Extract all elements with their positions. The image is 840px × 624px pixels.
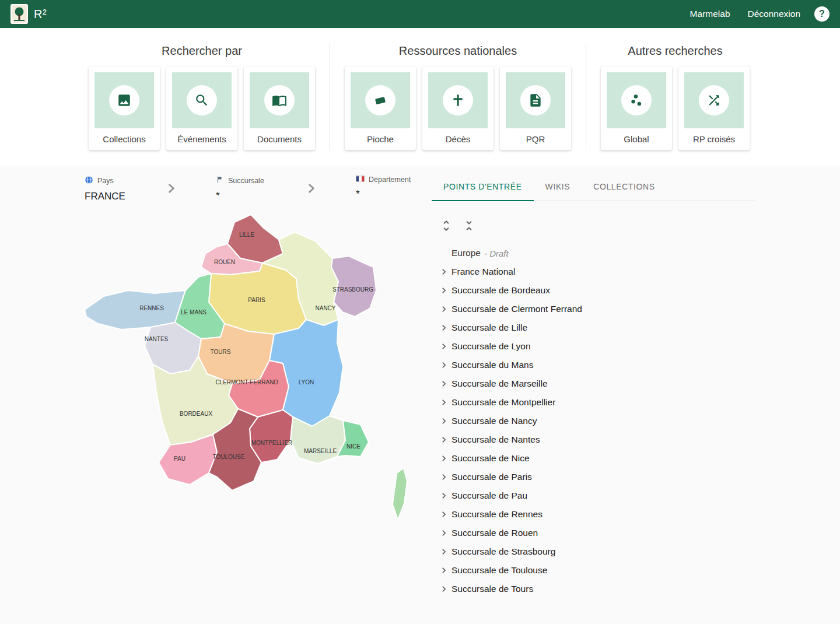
breadcrumb-pays[interactable]: Pays FRANCE — [85, 176, 125, 202]
search-card-rp-croises[interactable]: RP croisés — [678, 66, 750, 150]
tab-points-entree[interactable]: POINTS D'ENTRÉE — [432, 173, 534, 201]
tree-item-label: Succursale de Montpellier — [452, 397, 555, 408]
chevron-right-icon[interactable] — [438, 546, 451, 558]
map-region-pau[interactable] — [159, 434, 217, 485]
search-group-autres-recherches: Autres recherchesGlobalRP croisés — [586, 43, 750, 150]
chevron-right-icon[interactable] — [438, 565, 451, 576]
nav-marmelab[interactable]: Marmelab — [690, 9, 730, 19]
map-label-nice: NICE — [346, 443, 360, 450]
chevron-right-icon — [163, 181, 178, 198]
tree-item-label: Succursale de Clermont Ferrand — [452, 304, 582, 314]
tree-item[interactable]: Succursale de Tours — [432, 580, 756, 598]
tree-item[interactable]: Succursale de Montpellier — [432, 393, 756, 412]
tree-root-item[interactable]: Europe - Draft — [432, 244, 756, 262]
chevron-right-icon[interactable] — [438, 303, 451, 315]
card-tile — [94, 72, 154, 128]
france-map-container: LILLEROUENPARISSTRASBOURGNANCYRENNESLE M… — [82, 212, 408, 527]
card-tile — [506, 72, 565, 128]
tree-item[interactable]: Succursale de Rouen — [432, 524, 756, 542]
logout-link[interactable]: Déconnexion — [748, 9, 800, 19]
tree-item-label: Succursale de Lyon — [452, 341, 531, 352]
chevron-right-icon[interactable] — [438, 359, 451, 371]
expand-all-icon[interactable] — [439, 219, 453, 233]
chevron-right-icon[interactable] — [438, 322, 451, 334]
tree-item[interactable]: Succursale de Pau — [432, 486, 756, 505]
app-header: R² Marmelab Déconnexion ? — [0, 0, 840, 28]
card-label: Décès — [428, 128, 488, 150]
tree-item-label: France National — [452, 267, 515, 277]
chevron-right-icon[interactable] — [438, 471, 451, 483]
french-flag-icon — [356, 176, 365, 184]
chevron-right-icon[interactable] — [438, 490, 451, 502]
map-region-corse[interactable] — [393, 468, 407, 520]
chevron-right-icon[interactable] — [438, 266, 451, 278]
search-card-deces[interactable]: Décès — [422, 66, 494, 150]
map-label-bordeaux: BORDEAUX — [180, 411, 212, 417]
tree-item[interactable]: Succursale de Nantes — [432, 430, 756, 449]
tree-item-label: Succursale de Rouen — [452, 528, 538, 538]
card-label: PQR — [506, 128, 565, 150]
group-title: Autres recherches — [601, 43, 750, 58]
card-tile — [607, 72, 666, 128]
tree-item-label: Succursale de Nice — [452, 453, 530, 464]
tree-item-label: Succursale de Nantes — [452, 434, 540, 445]
image-icon — [109, 85, 139, 115]
chevron-right-icon[interactable] — [438, 341, 451, 352]
tree-item[interactable]: Succursale de Nancy — [432, 412, 756, 430]
map-label-nantes: NANTES — [145, 336, 169, 342]
tree-item-label: Succursale de Bordeaux — [452, 285, 550, 296]
tree-item[interactable]: Succursale de Paris — [432, 468, 756, 486]
search-card-collections[interactable]: Collections — [89, 66, 160, 150]
search-card-pioche[interactable]: Pioche — [345, 66, 416, 150]
tree-item-label: Succursale de Toulouse — [452, 565, 547, 576]
chevron-right-icon[interactable] — [438, 378, 451, 390]
breadcrumb-departement-value: * — [356, 188, 411, 200]
chevron-right-icon[interactable] — [438, 415, 451, 427]
search-card-global[interactable]: Global — [601, 66, 672, 150]
collapse-all-icon[interactable] — [462, 219, 476, 233]
tree-item[interactable]: Succursale de Bordeaux — [432, 281, 756, 300]
card-label: Événements — [172, 128, 232, 150]
tree-item[interactable]: Succursale de Strasbourg — [432, 542, 756, 561]
tree-item[interactable]: Succursale de Marseille — [432, 374, 756, 393]
chevron-right-icon[interactable] — [438, 397, 451, 408]
tree-item[interactable]: Succursale de Lille — [432, 318, 756, 337]
tree-item[interactable]: Succursale de Nice — [432, 449, 756, 468]
card-label: RP croisés — [684, 128, 744, 150]
chevron-right-icon[interactable] — [438, 509, 451, 520]
chevron-right-icon[interactable] — [438, 434, 451, 446]
chevron-right-icon[interactable] — [438, 527, 451, 539]
search-card-evenements[interactable]: Événements — [166, 66, 237, 150]
tree-item[interactable]: Succursale de Toulouse — [432, 561, 756, 580]
search-card-documents[interactable]: Documents — [244, 66, 315, 150]
breadcrumb-succursale[interactable]: Succursale * — [216, 176, 264, 202]
card-tile — [250, 72, 309, 128]
tab-collections[interactable]: COLLECTIONS — [582, 173, 666, 201]
tab-wikis[interactable]: WIKIS — [534, 173, 582, 201]
tree-item[interactable]: Succursale du Mans — [432, 356, 756, 374]
breadcrumb-pays-value: FRANCE — [85, 191, 125, 202]
tree-item[interactable]: Succursale de Clermont Ferrand — [432, 300, 756, 318]
book-icon — [264, 85, 295, 115]
tree-item[interactable]: Succursale de Rennes — [432, 505, 756, 524]
card-stack-icon — [365, 85, 396, 115]
card-label: Pioche — [351, 128, 410, 150]
map-label-le-mans: LE MANS — [181, 309, 206, 315]
card-tile — [684, 72, 744, 128]
card-tile — [172, 72, 232, 128]
card-tile — [351, 72, 410, 128]
map-label-toulouse: TOULOUSE — [213, 454, 245, 460]
chevron-right-icon[interactable] — [438, 285, 451, 296]
help-icon[interactable]: ? — [814, 6, 830, 22]
map-label-clermont-ferrand: CLERMONT-FERRAND — [215, 379, 278, 385]
search-group-ressources-nationales: Ressources nationalesPiocheDécèsPQR — [330, 43, 571, 150]
search-card-pqr[interactable]: PQR — [500, 66, 571, 150]
chevron-right-icon[interactable] — [438, 583, 451, 595]
tree-item[interactable]: France National — [432, 262, 756, 281]
breadcrumb-departement[interactable]: Département * — [356, 176, 411, 200]
tree-item[interactable]: Succursale de Lyon — [432, 337, 756, 356]
chevron-right-icon[interactable] — [438, 453, 451, 464]
app-title: R² — [34, 8, 47, 21]
map-label-strasbourg: STRASBOURG — [332, 286, 373, 293]
tree-item-label: Succursale de Pau — [452, 490, 527, 501]
